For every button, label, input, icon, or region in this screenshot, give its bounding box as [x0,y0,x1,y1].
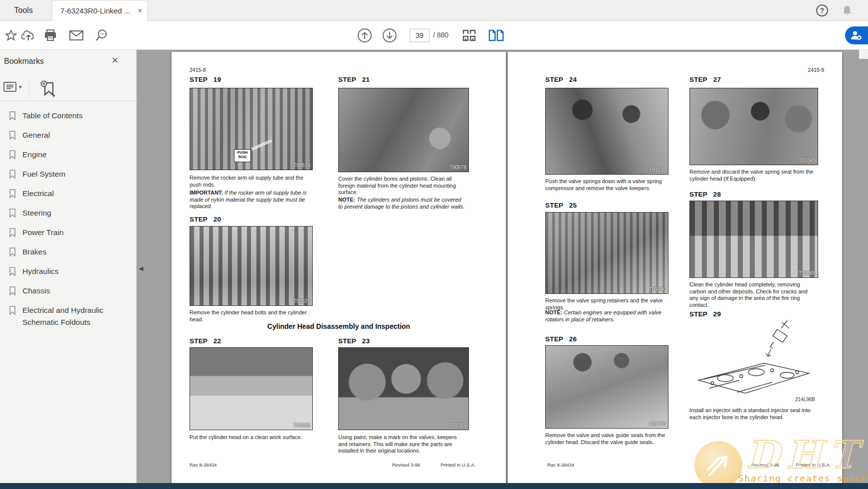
sidebar-item-label: Steering [22,207,51,219]
step-22-photo: T91036 [190,347,313,430]
cloud-upload-icon[interactable] [20,27,37,44]
footer-revision: Revised 3-96 [392,462,420,468]
bookmark-flag-icon [9,267,16,276]
sidebar-collapse-icon[interactable]: ◀ [139,261,146,275]
bookmark-flag-icon [9,131,16,140]
page-thumbnails-icon[interactable] [461,27,478,44]
bottom-status-bar [0,483,868,489]
note-label: NOTE: [338,197,355,203]
sidebar-item-power-train[interactable]: Power Train [0,226,137,244]
page-total-label: / 880 [433,31,448,39]
bookmark-flag-icon [9,286,16,295]
toolbar: 39 / 880 [0,21,868,50]
sidebar-item-label: Chassis [22,285,50,297]
note-label: NOTE: [545,309,562,315]
important-label: IMPORTANT: [190,190,223,196]
photo-id-label: T91040 [649,286,666,292]
step-27-title: STEP 27 [689,76,721,83]
watermark-tagline: Sharing creates success [738,473,868,484]
step-21-note: NOTE: The cylinders and pistons must be … [338,197,467,210]
print-icon[interactable] [42,27,59,44]
bookmarks-panel-title: Bookmarks [4,57,44,66]
bookmarks-options-icon[interactable]: ▾ [3,81,22,93]
sidebar-item-chassis[interactable]: Chassis [0,284,137,303]
previous-page-icon[interactable] [356,27,373,44]
step-21-photo: T90578 [338,88,469,172]
sidebar-item-steering[interactable]: Steering [0,206,137,225]
push-rod-callout: PUSH ROD [234,149,251,162]
photo-id-label: T91036 [293,423,310,428]
sidebar-item-label: Table of Contents [22,110,83,122]
email-icon[interactable] [68,27,85,44]
bookmark-flag-icon [9,209,16,218]
page-number-input[interactable]: 39 [410,29,430,42]
share-add-person-button[interactable] [845,26,868,44]
step-25-caption: Remove the valve spring retainers and th… [545,297,670,311]
photo-id-label: T90570 [293,163,310,168]
tab-document[interactable]: 7-63243R0-Linked ... × [52,0,148,21]
step-29-line-drawing: 214L96B [689,319,818,404]
photo-id-label: T90576 [293,298,310,304]
bookmarks-toolbar: ▾ [0,78,137,101]
step-28-title: STEP 28 [689,191,721,198]
search-icon[interactable] [93,27,110,44]
sidebar-item-fuel-system[interactable]: Fuel System [0,167,137,186]
note-text: Certain engines are equipped with valve … [545,309,661,322]
step-25-photo: T91040 [545,212,668,294]
photo-id-label: T91039 [649,167,666,173]
sidebar-item-hydraulics[interactable]: Hydraulics [0,264,137,283]
step-21-caption: Cover the cylinder bores and pistons. Cl… [338,176,467,196]
step-19-caption: Remove the rocker arm oil supply tube an… [190,175,314,188]
sidebar-item-general[interactable]: General [0,128,137,147]
photo-id-label: A11730 [649,421,666,427]
add-bookmark-icon[interactable] [40,80,57,100]
sidebar-item-label: Brakes [22,246,46,258]
step-25-note: NOTE: Certain engines are equipped with … [545,309,671,323]
injector-drawing [689,319,818,404]
watermark-arrow-logo [694,441,742,489]
photo-id-label: T90578 [449,165,466,170]
bookmarks-close-icon[interactable]: × [112,54,118,67]
favorite-star-icon[interactable] [2,27,19,44]
notifications-bell-icon[interactable] [841,4,853,16]
photo-id-label: T91045 [799,158,816,163]
step-22-title: STEP 22 [190,337,221,345]
step-26-photo: A11730 [545,345,668,429]
next-page-icon[interactable] [381,27,398,44]
scrollbar-corner [859,50,868,59]
tab-bar: Tools 7-63243R0-Linked ... × ? [0,0,868,21]
sidebar-item-table-of-contents[interactable]: Table of Contents [0,109,137,128]
sidebar-item-label: Fuel System [22,168,65,180]
help-icon[interactable]: ? [816,4,828,16]
step-20-photo: T90576 [190,226,313,306]
main-area: Bookmarks × ▾ Table of Contents General … [0,50,868,489]
bookmark-flag-icon [9,228,16,237]
tab-tools-label: Tools [14,6,32,15]
photo-id-label: 214L96B [795,397,815,402]
step-26-title: STEP 26 [545,335,577,343]
watermark-logo-text: DHT [746,436,864,474]
step-24-title: STEP 24 [545,76,577,83]
bookmarks-panel: Bookmarks × ▾ Table of Contents General … [0,50,137,489]
photo-id-label: T91059 [449,423,466,428]
step-24-photo: T91039 [545,88,668,175]
sidebar-item-electrical-hydraulic-foldouts[interactable]: Electrical and Hydraulic Schematic Foldo… [0,303,137,328]
step-28-caption: Clean the cylinder head completely, remo… [689,281,816,308]
sidebar-item-brakes[interactable]: Brakes [0,245,137,264]
bookmark-flag-icon [9,111,16,120]
step-22-caption: Put the cylinder head on a clean work su… [190,434,314,441]
footer-doc-code: Rac 8-28434 [547,462,574,468]
tab-close-icon[interactable]: × [138,6,142,15]
tab-document-title: 7-63243R0-Linked ... [60,6,134,15]
tab-tools[interactable]: Tools [0,0,47,21]
two-page-view-icon[interactable] [488,27,505,44]
sidebar-item-label: Electrical and Hydraulic Schematic Foldo… [22,304,125,328]
page-left: 2415-8 STEP 19 PUSH ROD T90570 Remove th… [172,52,506,489]
sidebar-item-electrical[interactable]: Electrical [0,187,137,206]
bookmark-flag-icon [9,306,16,315]
sidebar-item-label: Electrical [22,188,54,200]
sidebar-item-engine[interactable]: Engine [0,148,137,167]
section-heading: Cylinder Head Disassembly and Inspection [172,322,506,330]
step-28-photo: T91065 [689,201,818,278]
step-21-title: STEP 21 [338,76,370,83]
